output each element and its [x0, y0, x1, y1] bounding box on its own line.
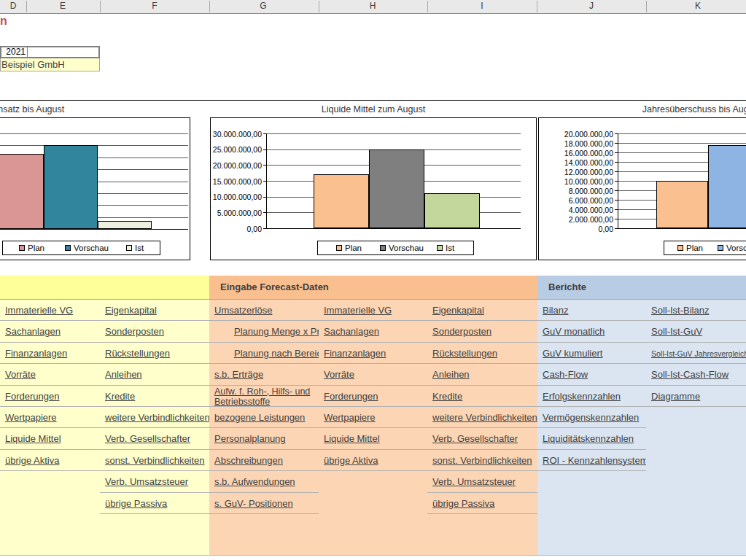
column-header-E[interactable]: E	[60, 1, 66, 11]
nav-link[interactable]: Vorräte	[5, 369, 36, 380]
charts-top-border	[0, 100, 746, 101]
nav-cell: Vorräte	[319, 364, 427, 385]
year-input-box[interactable]: 2021	[0, 46, 100, 58]
nav-cell: Diagramme	[646, 386, 746, 407]
nav-link[interactable]: Immaterielle VG	[324, 305, 392, 316]
nav-cell: Planung nach Bereiche	[209, 343, 319, 364]
nav-link[interactable]: Abschreibungen	[214, 455, 283, 466]
column-header-D[interactable]: D	[10, 1, 17, 11]
column-divider	[26, 1, 27, 12]
y-tick	[263, 197, 266, 198]
nav-link[interactable]: Anleihen	[432, 369, 470, 380]
y-tick	[615, 133, 618, 134]
nav-cell: Verb. Gesellschafter	[427, 428, 537, 449]
y-tick	[263, 181, 266, 182]
nav-link[interactable]: Eigenkapital	[105, 305, 157, 316]
nav-link[interactable]: ROI - Kennzahlensystem	[543, 455, 646, 466]
nav-link[interactable]: Finanzanlagen	[5, 348, 67, 359]
column-header-K[interactable]: K	[695, 1, 701, 11]
nav-link[interactable]: übrige Passiva	[105, 498, 167, 509]
nav-link[interactable]: Aufw. f. Roh-, Hilfs- und Betriebsstoffe	[214, 386, 319, 407]
nav-link[interactable]: weitere Verbindlichkeiten	[432, 412, 537, 423]
nav-link[interactable]: Erfolgskennzahlen	[543, 391, 621, 402]
column-header-F[interactable]: F	[152, 1, 157, 11]
nav-link[interactable]: Cash-Flow	[543, 369, 588, 380]
nav-link[interactable]: Kredite	[105, 391, 135, 402]
nav-link[interactable]: Vorräte	[324, 369, 354, 380]
nav-link[interactable]: GuV kumuliert	[543, 348, 602, 359]
nav-cell: Forderungen	[319, 386, 427, 407]
nav-link[interactable]: Sonderposten	[105, 326, 164, 337]
nav-link[interactable]: Soll-Ist-Cash-Flow	[651, 369, 728, 380]
nav-link[interactable]: Eigenkapital	[432, 305, 484, 316]
nav-link[interactable]: Liquiditätskennzahlen	[543, 433, 634, 444]
chart-bar-plan	[0, 154, 44, 229]
nav-link[interactable]: GuV monatlich	[543, 326, 605, 337]
column-header-G[interactable]: G	[260, 1, 266, 11]
nav-link[interactable]: s.b. Aufwendungen	[214, 476, 295, 487]
nav-empty-cell	[100, 514, 209, 555]
nav-cell: Liquide Mittel	[319, 428, 427, 449]
nav-link[interactable]: weitere Verbindlichkeiten	[105, 412, 209, 423]
nav-link[interactable]: übrige Aktiva	[5, 455, 59, 466]
nav-link[interactable]: Soll-Ist-Bilanz	[651, 305, 709, 316]
nav-link[interactable]: Sachanlagen	[5, 326, 61, 337]
nav-link[interactable]: Verb. Umsatzsteuer	[432, 476, 516, 487]
nav-link[interactable]: Kredite	[432, 391, 462, 402]
nav-link[interactable]: sonst. Verbindlichkeiten	[432, 455, 532, 466]
nav-column-4: EigenkapitalSonderpostenRückstellungenAn…	[427, 300, 538, 555]
nav-cell: weitere Verbindlichkeiten	[100, 407, 209, 428]
legend-label: Vorschau	[726, 244, 746, 252]
nav-link[interactable]: Finanzanlagen	[324, 348, 386, 359]
nav-link[interactable]: Planung Menge x Preis	[234, 326, 319, 337]
nav-link[interactable]: bezogene Leistungen	[214, 412, 305, 423]
nav-link[interactable]: Liquide Mittel	[5, 433, 61, 444]
nav-link[interactable]: Verb. Umsatzsteuer	[105, 476, 188, 487]
nav-link[interactable]: Forderungen	[5, 391, 59, 402]
nav-link[interactable]: Rückstellungen	[432, 348, 497, 359]
nav-link[interactable]: Rückstellungen	[105, 348, 170, 359]
nav-cell: Verb. Umsatzsteuer	[100, 471, 209, 492]
nav-cell: s.b. Aufwendungen	[209, 471, 319, 492]
y-tick-label: 4.000.000,00	[540, 206, 613, 214]
nav-link[interactable]: Immaterielle VG	[5, 305, 73, 316]
column-header-I[interactable]: I	[481, 1, 483, 11]
nav-link[interactable]: Planung nach Bereiche	[234, 348, 319, 359]
nav-link[interactable]: s.b. Erträge	[214, 369, 263, 380]
nav-link[interactable]: Sonderposten	[432, 326, 491, 337]
y-tick-label: 2.000.000,00	[540, 215, 613, 224]
year-value[interactable]: 2021	[1, 47, 28, 57]
table-bottom-border	[0, 555, 746, 556]
nav-link[interactable]: Diagramme	[651, 391, 700, 402]
legend-label: Plan	[686, 244, 703, 252]
nav-link[interactable]: Personalplanung	[214, 433, 286, 444]
nav-cell: Liquiditätskennzahlen	[537, 428, 646, 449]
chart-bar-vorschau	[708, 145, 746, 228]
nav-link[interactable]: s. GuV- Positionen	[214, 498, 293, 509]
chart-legend: PlanVorschauIst	[2, 241, 160, 255]
nav-link[interactable]: Umsatzerlöse	[214, 305, 272, 316]
nav-link[interactable]: Soll-Ist-GuV	[651, 326, 702, 337]
nav-link[interactable]: Wertpapiere	[324, 412, 376, 423]
nav-link[interactable]: Liquide Mittel	[324, 433, 380, 444]
nav-link[interactable]: sonst. Verbindlichkeiten	[105, 455, 205, 466]
nav-link[interactable]: Bilanz	[543, 305, 568, 316]
nav-link[interactable]: Sachanlagen	[324, 326, 379, 337]
y-tick	[615, 152, 618, 153]
nav-empty-cell	[209, 514, 319, 555]
nav-link[interactable]: Verb. Gesellschafter	[105, 433, 190, 444]
nav-link[interactable]: Vermögenskennzahlen	[543, 412, 639, 423]
column-header-J[interactable]: J	[589, 1, 594, 11]
nav-link[interactable]: übrige Passiva	[432, 498, 494, 509]
nav-link[interactable]: übrige Aktiva	[324, 455, 378, 466]
nav-cell: Liquide Mittel	[0, 428, 100, 449]
nav-link[interactable]: Forderungen	[324, 391, 378, 402]
company-cell[interactable]: Beispiel GmbH	[0, 58, 100, 71]
nav-link[interactable]: Anleihen	[105, 369, 142, 380]
column-header-H[interactable]: H	[370, 1, 376, 11]
nav-link[interactable]: Verb. Gesellschafter	[432, 433, 518, 444]
nav-link[interactable]: Wertpapiere	[5, 412, 57, 423]
legend-swatch-vorschau	[718, 245, 723, 251]
nav-link[interactable]: Soll-Ist-GuV Jahresvergleich	[651, 349, 746, 358]
nav-cell: Abschreibungen	[209, 450, 319, 471]
